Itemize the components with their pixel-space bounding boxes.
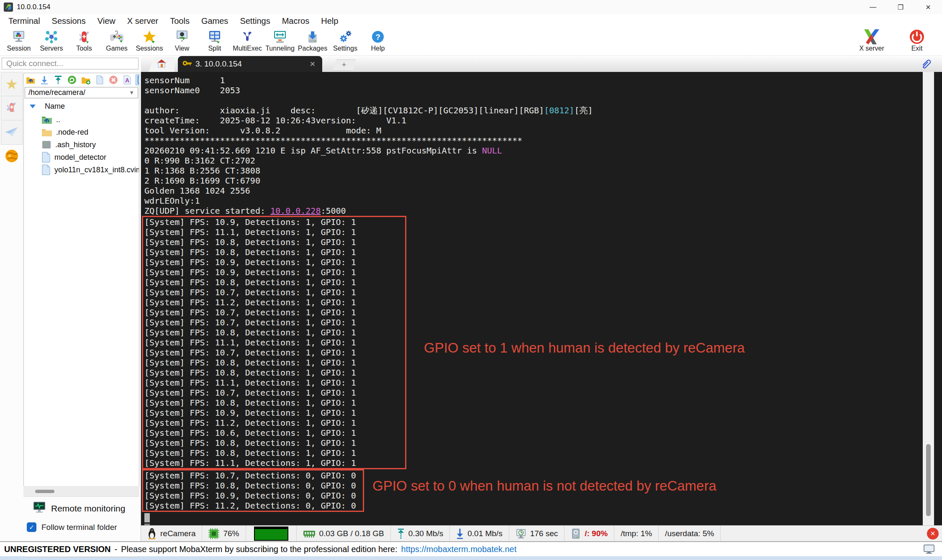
menu-view[interactable]: View [92,14,121,28]
tab-active-session[interactable]: 3. 10.0.0.154 ✕ [178,56,322,72]
remote-monitoring-button[interactable]: Remote monitoring [23,497,139,516]
mobaxterm-logo-icon [3,2,13,12]
terminal-line: [System] FPS: 11.1, Detections: 1, GPIO:… [143,338,405,348]
split-icon [208,30,222,44]
filetool-refresh-button[interactable] [67,75,77,85]
menu-tools[interactable]: Tools [164,14,195,28]
terminal-line: [System] FPS: 10.8, Detections: 1, GPIO:… [143,398,405,408]
status-text: reCamera [160,529,195,538]
mobatek-link[interactable]: https://mobaxterm.mobatek.net [401,545,517,554]
toolbar-exit-button[interactable]: Exit [894,28,939,52]
terminal-line: [System] FPS: 10.7, Detections: 1, GPIO:… [143,307,405,317]
toolbar-help-button[interactable]: ?Help [362,28,394,52]
filetool-folder-up-button[interactable] [26,75,36,85]
home-tab[interactable] [149,57,175,72]
current-path-dropdown[interactable]: /home/recamera/ ▼ [25,87,138,98]
toolbar-tunneling-button[interactable]: Tunneling [264,28,296,52]
file-row[interactable]: yolo11n_cv181x_int8.cvimod [24,164,139,176]
tree-column-header[interactable]: Name [24,99,139,113]
xserver-icon [862,28,881,45]
terminal-line: [System] FPS: 10.7, Detections: 1, GPIO:… [143,287,405,297]
file-row[interactable]: >_.ash_history [24,138,139,151]
file-browser-panel: A /home/recamera/ ▼ Name ...node-red>_.a… [23,73,139,557]
file-name: .ash_history [55,141,96,149]
filetool-rename-button[interactable]: A [122,75,132,85]
quick-connect-input[interactable] [2,58,139,69]
terminal-line: [System] FPS: 10.8, Detections: 1, GPIO:… [143,277,405,287]
status-text: 176 sec [530,529,558,538]
follow-terminal-checkbox[interactable]: ✓ [27,522,36,532]
upload-arrow-icon [397,528,405,540]
upload-small [53,75,63,85]
menu-bar: TerminalSessionsViewX serverToolsGamesSe… [0,14,942,28]
menu-games[interactable]: Games [195,14,234,28]
sidebar-world-button[interactable] [1,145,23,169]
file-row[interactable]: model_detector [24,151,139,164]
menu-settings[interactable]: Settings [234,14,276,28]
filetool-download-button[interactable] [39,75,49,85]
splitter-grip[interactable] [35,490,54,493]
toolbar-x-server-button[interactable]: X server [849,28,894,52]
toolbar-label: View [175,45,189,52]
toolbar-session-button[interactable]: Session [3,28,35,52]
toolbar-games-button[interactable]: Games [100,28,133,52]
menu-sessions[interactable]: Sessions [46,14,92,28]
download-arrow-icon [456,528,464,540]
annotation-gpio-0: GPIO set to 0 when human is not detected… [372,481,716,491]
new-tab-button[interactable]: + [332,59,356,71]
terminal-line: [System] FPS: 10.8, Detections: 0, GPIO:… [143,481,363,491]
sidebar-tools-button[interactable] [1,96,23,120]
tab-close-icon[interactable]: ✕ [309,60,316,69]
menu-macros[interactable]: Macros [276,14,316,28]
toolbar-tools-button[interactable]: Tools [68,28,100,52]
window-title: 10.0.0.154 [17,3,50,11]
close-button[interactable]: ✕ [914,0,942,14]
terminal-scrollbar[interactable] [923,72,934,525]
toolbar-split-button[interactable]: Split [198,28,231,52]
terminal-line: [System] FPS: 10.9, Detections: 1, GPIO:… [143,408,405,418]
menu-terminal[interactable]: Terminal [3,14,46,28]
status-text: 0.30 Mb/s [408,529,443,538]
terminal-cursor [144,513,150,522]
terminal-line: [System] FPS: 11.1, Detections: 1, GPIO:… [143,378,405,388]
toolbar-settings-button[interactable]: Settings [329,28,362,52]
filetool-delete-button[interactable] [108,75,118,85]
folder-up-small [26,75,36,85]
toolbar-label: Servers [40,45,63,52]
status-segment--90-: /: 90% [565,526,614,541]
status-text: 0.03 GB / 0.18 GB [319,529,384,538]
sidebar-sessions-star-button[interactable]: ★ [1,72,23,96]
filetool-newfile-button[interactable] [95,75,105,85]
toolbar-view-button[interactable]: View [166,28,198,52]
svg-text:?: ? [375,33,380,41]
terminal-line: [System] FPS: 10.9, Detections: 0, GPIO:… [143,491,363,501]
multiexec-icon [240,30,254,44]
toolbar-multiexec-button[interactable]: MultiExec [231,28,264,52]
filetool-upload-button[interactable] [53,75,63,85]
attachments-paperclip-icon[interactable] [920,57,933,70]
page-file [41,164,51,175]
toolbar-label: Help [371,45,385,52]
terminal-view[interactable]: sensorNum 1sensorName0 2053author: xiaox… [141,72,942,525]
toolbar-label: Settings [333,45,357,52]
filetool-panel-button[interactable] [136,75,139,85]
file-name: .. [56,115,60,124]
maximize-button[interactable]: ❐ [887,0,914,14]
file-row[interactable]: .node-red [24,126,139,138]
toolbar-sessions-button[interactable]: Sessions [133,28,166,52]
file-row[interactable]: .. [24,113,139,126]
toolbar-servers-button[interactable]: Servers [35,28,68,52]
toolbar-packages-button[interactable]: Packages [296,28,329,52]
menu-help[interactable]: Help [315,14,344,28]
terminal-line: [System] FPS: 10.8, Detections: 1, GPIO:… [143,247,405,257]
settings-icon [338,30,352,44]
filetool-newfolder-button[interactable] [81,75,91,85]
minimize-button[interactable]: — [859,0,887,14]
svg-text:A: A [125,77,129,84]
tree-header-label: Name [45,102,65,111]
home-icon [156,58,167,71]
menu-x-server[interactable]: X server [121,14,164,28]
sidebar-macros-button[interactable] [1,120,23,145]
status-close-button[interactable]: ✕ [927,528,939,540]
scrollbar-thumb[interactable] [926,444,931,516]
